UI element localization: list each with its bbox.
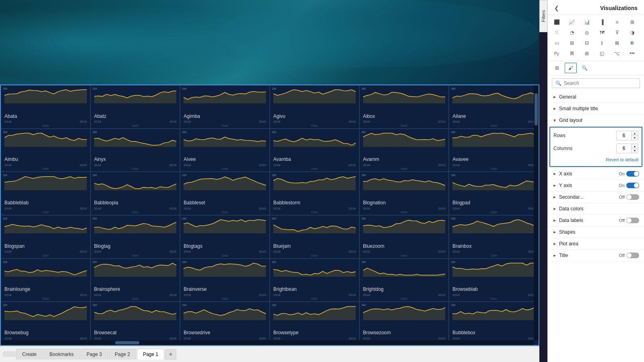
grid-cell[interactable]: 3M Brightbean 2018 2019 Date [270,259,359,302]
grid-cell[interactable]: 3M Blognation 2018 2019 Date [359,172,449,215]
viz-icon-line[interactable]: 📈 [566,17,578,27]
grid-cell[interactable]: 3M Blogtags 2018 2019 Date [180,215,270,259]
columns-spinner[interactable]: ▲ ▼ [616,144,638,153]
title-toggle[interactable] [626,253,639,258]
search-box[interactable]: 🔍 [552,78,640,88]
viz-icon-decomp[interactable]: ⌥ [611,49,623,58]
rows-input[interactable] [617,132,631,139]
grid-cell[interactable]: 3M Abata 2018 2019 Date [1,85,91,129]
viz-icon-more[interactable]: ••• [627,49,638,58]
tab-page2[interactable]: Page 2 [109,349,136,360]
viz-icon-stacked[interactable]: ≡ [611,17,623,27]
grid-cell[interactable]: 3M Browsezoom 2018 2019 Date [359,302,449,345]
rows-decrement[interactable]: ▼ [632,136,638,140]
grid-cell[interactable]: 3M Avamm 2018 2019 Date [359,129,449,172]
h-scrollbar-thumb[interactable] [115,341,139,344]
secondary-toggle[interactable] [626,194,639,200]
grid-cell[interactable]: 3M Brainsphere 2018 2019 Date [91,259,180,302]
viz-icon-r[interactable]: R [627,38,638,48]
grid-cell[interactable]: 3M Bubblebox 2018 2019 Date [449,302,539,345]
viz-icon-table[interactable]: ⊞ [566,38,578,48]
section-data-labels-header[interactable]: ▼ Data labels Off [548,215,644,226]
section-title-header[interactable]: ▼ Title Off [548,250,644,261]
grid-cell[interactable]: 3M Ainyx 2018 2019 Date [91,129,180,172]
grid-cell[interactable]: 3M Babblestorm 2018 2019 Date [270,172,359,215]
revert-link[interactable]: Revert to default [553,156,638,163]
horizontal-scrollbar[interactable] [1,340,534,345]
viz-icon-scatter[interactable]: ⁙ [551,28,562,37]
tab-create[interactable]: Create [16,349,43,360]
tab-unnamed[interactable] [3,352,15,357]
viz-icon-matrix[interactable]: ⊟ [581,38,592,48]
viz-icon-waterfall[interactable]: ⫿ [597,38,608,48]
section-plot-area-header[interactable]: ▼ Plot area [548,238,644,249]
grid-cell[interactable]: 3M Brainbox 2018 2019 Date [449,215,539,259]
viz-icon-gauge[interactable]: ◑ [627,28,638,37]
grid-cell[interactable]: 3M Browsetype 2018 2019 Date [270,302,359,345]
viz-icon-pie[interactable]: ◔ [566,28,578,37]
viz-icon-area[interactable]: 📊 [581,17,592,27]
viz-icon-qr[interactable]: ⊞ [581,49,592,58]
grid-cell[interactable]: 3M Aimbu 2018 2019 Date [1,129,91,172]
grid-cell[interactable]: 3M Babbleopia 2018 2019 Date [91,172,180,215]
data-labels-toggle[interactable] [626,218,639,223]
tab-bookmarks[interactable]: Bookmarks [43,349,80,360]
viz-icon-python[interactable]: Py [551,49,562,58]
section-sm-title-header[interactable]: ▼ Small multiple title [548,103,644,114]
xaxis-toggle[interactable] [626,171,639,177]
grid-cell[interactable]: 3M Avamba 2018 2019 Date [270,129,359,172]
rows-increment[interactable]: ▲ [632,131,638,136]
viz-icon-column[interactable]: ▐ [597,17,608,27]
columns-input[interactable] [617,145,631,152]
section-grid-layout-header[interactable]: ▼ Grid layout [548,115,644,126]
tab-add-button[interactable]: + [165,349,176,360]
viz-icon-bar[interactable]: ⬛ [551,17,562,27]
grid-cell[interactable]: 3M Aibox 2018 2019 Date [359,85,449,129]
grid-cell[interactable]: 3M Browseblab 2018 2019 Date [449,259,539,302]
columns-increment[interactable]: ▲ [632,144,638,148]
viz-icon-100pct[interactable]: ⊞ [627,17,638,27]
viz-icon-slicer[interactable]: ⊠ [611,38,623,48]
grid-cell[interactable]: 3M Browsebug 2018 2019 Date [1,302,91,345]
rows-spinner[interactable]: ▲ ▼ [616,131,638,140]
panel-collapse-btn[interactable]: ❮ [554,5,559,11]
grid-cell[interactable]: 3M Avavee 2018 2019 Date [449,129,539,172]
tab-page1[interactable]: Page 1 [137,349,164,360]
search-input[interactable] [564,80,636,86]
section-data-colors-header[interactable]: ▼ Data colors [548,203,644,214]
section-secondary-header[interactable]: ▼ Secondar... Off [548,191,644,203]
viz-icon-donut[interactable]: ◎ [581,28,592,37]
columns-decrement[interactable]: ▼ [632,148,638,153]
section-xaxis-header[interactable]: ▼ X axis On [548,168,644,179]
section-general-header[interactable]: ▼ General [548,91,644,103]
grid-cell[interactable]: 3M Brainlounge 2018 2019 Date [1,259,91,302]
filters-tab[interactable]: Filters [539,0,547,32]
grid-cell[interactable]: 3M Abatz 2018 2019 Date [91,85,180,129]
yaxis-toggle[interactable] [626,183,639,188]
grid-cell[interactable]: 3M Brightdog 2018 2019 Date [359,259,449,302]
section-yaxis-header[interactable]: ▼ Y axis On [548,180,644,191]
grid-cell[interactable]: 3M Blogspan 2018 2019 Date [1,215,91,259]
viz-icon-aq[interactable]: ◱ [597,49,608,58]
tab-page3[interactable]: Page 3 [80,349,108,360]
grid-cell[interactable]: 3M Agimba 2018 2019 Date [180,85,270,129]
grid-cell[interactable]: 3M Browsedrive 2018 2019 Date [180,302,270,345]
viz-icon-funnel[interactable]: ⊽ [611,28,623,37]
grid-cell[interactable]: 3M Bluejam 2018 2019 Date [270,215,359,259]
grid-cell[interactable]: 3M Brainverse 2018 2019 Date [180,259,270,302]
grid-cell[interactable]: 3M Aivee 2018 2019 Date [180,129,270,172]
viz-tab-fields[interactable]: ⊞ [551,63,563,73]
viz-icon-card[interactable]: ▭ [551,38,562,48]
grid-cell[interactable]: 3M Agivu 2018 2019 Date [270,85,359,129]
grid-cell[interactable]: 3M Babbleset 2018 2019 Date [180,172,270,215]
grid-cell[interactable]: 3M Ailane 2018 2019 Date [449,85,539,129]
grid-cell[interactable]: 3M Babbleblab 2018 2019 Date [1,172,91,215]
viz-icon-ribbon[interactable]: ⌘ [566,49,578,58]
vertical-scrollbar[interactable] [534,85,539,340]
viz-icon-map[interactable]: 🗺 [597,28,608,37]
grid-cell[interactable]: 3M Blogpad 2018 2019 Date [449,172,539,215]
scrollbar-thumb[interactable] [535,93,538,125]
grid-cell[interactable]: 3M Bluezoom 2018 2019 Date [359,215,449,259]
viz-tab-format[interactable]: 🖌 [565,63,577,73]
grid-cell[interactable]: 3M Browsecat 2018 2019 Date [91,302,180,345]
